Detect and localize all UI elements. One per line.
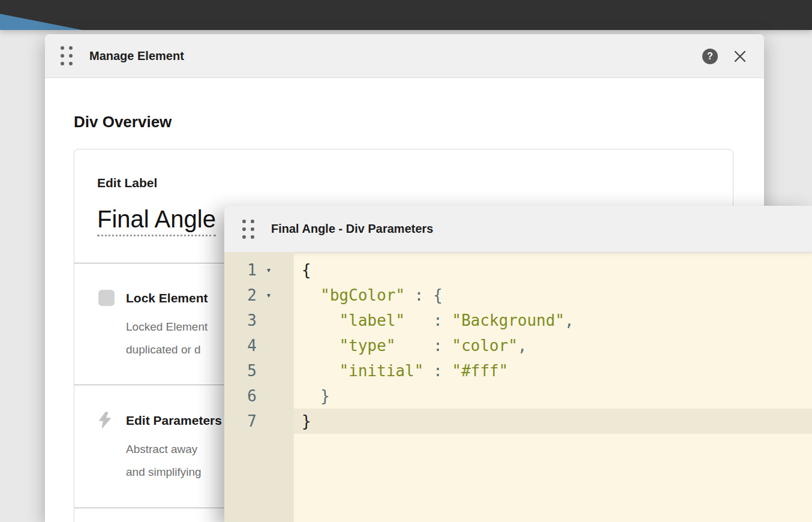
element-label-input[interactable]: Final Angle: [97, 205, 216, 236]
fold-arrow-icon[interactable]: ▾: [257, 283, 281, 308]
drag-handle-icon[interactable]: [242, 220, 254, 239]
line-number: 1: [224, 257, 257, 283]
gutter-line: 3: [224, 308, 294, 333]
section-title: Div Overview: [74, 113, 172, 131]
dialog-title: Manage Element: [89, 49, 184, 63]
line-number: 6: [224, 383, 257, 409]
code-line[interactable]: "label" : "Background",: [294, 308, 812, 333]
fold-arrow-icon: [257, 383, 281, 409]
help-button[interactable]: ?: [702, 49, 718, 64]
div-parameters-dialog-header: Final Angle - Div Parameters: [224, 206, 812, 252]
line-number: 4: [224, 333, 257, 358]
line-number: 3: [224, 308, 257, 333]
edit-label-heading: Edit Label: [97, 176, 157, 190]
editor-gutter: 1▾2▾34567: [224, 252, 294, 522]
edit-parameters-description-line2: and simplifying: [126, 466, 202, 479]
fold-arrow-icon: [257, 308, 281, 333]
gutter-line: 5: [224, 358, 294, 383]
close-icon: [733, 49, 747, 64]
question-mark-icon: ?: [707, 51, 713, 62]
code-line[interactable]: {: [294, 257, 812, 283]
lock-element-title: Lock Element: [126, 291, 208, 305]
line-number: 5: [224, 358, 257, 383]
code-line[interactable]: "bgColor" : {: [294, 283, 812, 308]
gutter-line: 2▾: [224, 283, 294, 308]
lock-element-description-line2: duplicated or d: [126, 343, 201, 356]
drag-handle-icon[interactable]: [61, 46, 73, 65]
editor-code[interactable]: { "bgColor" : { "label" : "Background", …: [294, 252, 812, 522]
edit-parameters-description-line1: Abstract away: [126, 443, 197, 456]
lock-element-checkbox[interactable]: [98, 290, 115, 306]
manage-element-dialog-header: Manage Element ?: [45, 34, 764, 78]
angled-div-decoration: [0, 0, 82, 30]
line-number: 7: [224, 409, 257, 434]
gutter-line: 6: [224, 383, 294, 409]
page-top-bar: [0, 0, 812, 30]
lightning-bolt-icon: [97, 412, 113, 428]
code-line[interactable]: "initial" : "#fff": [294, 358, 812, 383]
line-number: 2: [224, 283, 257, 308]
dialog-title: Final Angle - Div Parameters: [271, 222, 433, 236]
fold-arrow-icon: [257, 409, 281, 434]
fold-arrow-icon: [257, 333, 281, 358]
code-line[interactable]: "type" : "color",: [294, 333, 812, 358]
screen: Manage Element ? Div Overview Edit Label…: [0, 0, 812, 522]
fold-arrow-icon[interactable]: ▾: [257, 257, 281, 283]
code-line[interactable]: }: [294, 409, 812, 434]
code-line[interactable]: }: [294, 383, 812, 409]
edit-parameters-title[interactable]: Edit Parameters: [126, 413, 222, 428]
div-parameters-dialog: Final Angle - Div Parameters 1▾2▾34567 {…: [224, 206, 812, 522]
fold-arrow-icon: [257, 358, 281, 383]
gutter-line: 7: [224, 409, 294, 434]
gutter-line: 4: [224, 333, 294, 358]
lock-element-description-line1: Locked Element: [126, 320, 207, 334]
close-button[interactable]: [733, 49, 747, 64]
json-code-editor[interactable]: 1▾2▾34567 { "bgColor" : { "label" : "Bac…: [224, 252, 812, 522]
gutter-line: 1▾: [224, 257, 294, 283]
